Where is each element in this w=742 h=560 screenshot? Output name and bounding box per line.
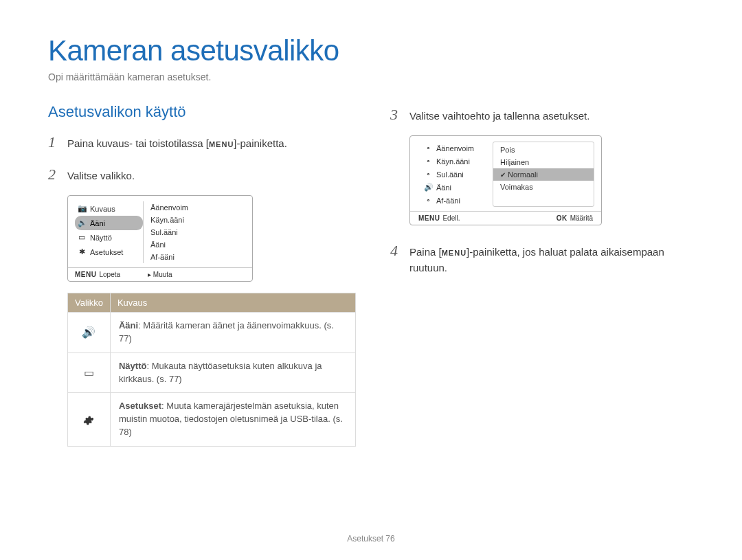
step-3: 3 Valitse vaihtoehto ja tallenna asetuks…	[390, 103, 694, 126]
table-row: Asetukset: Muuta kamerajärjestelmän aset…	[68, 393, 356, 447]
list-item: Voimakas	[493, 181, 594, 193]
display-icon: ▭	[78, 233, 86, 242]
screen2-left-list: ∘Äänenvoim ∘Käyn.ääni ∘Sul.ääni 🔊Ääni ∘A…	[410, 142, 493, 207]
list-item: 📷Kuvaus	[75, 201, 143, 216]
sound-icon: 🔊	[424, 183, 432, 192]
gear-icon: ✱	[78, 247, 86, 256]
step-number: 3	[390, 103, 403, 126]
menu-label: MENU	[209, 139, 234, 150]
list-item: ∘Af-ääni	[423, 194, 493, 207]
list-item: Af-ääni	[149, 251, 247, 263]
step-1: 1 Paina kuvaus- tai toistotilassa [MENU]…	[48, 131, 356, 153]
page-footer: Asetukset 76	[0, 534, 742, 544]
screen2-right-list: Pois Hiljainen ✔Normaali Voimakas	[493, 142, 594, 207]
list-item: ▭Näyttö	[75, 230, 143, 245]
step-1-text-post: ]-painiketta.	[234, 137, 287, 149]
step-3-text: Valitse vaihtoehto ja tallenna asetukset…	[409, 109, 694, 124]
step-4: 4 Paina [MENU]-painiketta, jos haluat pa…	[390, 239, 694, 276]
sound-icon: 🔊	[78, 219, 86, 227]
sound-icon: 🔊	[68, 313, 111, 353]
step-number: 2	[48, 163, 60, 186]
footer-left: MENUEdell.	[418, 214, 460, 222]
list-item: ∘Sul.ääni	[423, 168, 493, 181]
camera-menu-screenshot-2: ∘Äänenvoim ∘Käyn.ääni ∘Sul.ääni 🔊Ääni ∘A…	[409, 135, 602, 225]
list-item: ∘Käyn.ääni	[423, 155, 493, 168]
camera-menu-screenshot-1: 📷Kuvaus 🔊Ääni ▭Näyttö ✱Asetukset Äänenvo…	[67, 195, 253, 282]
list-item: ∘Äänenvoim	[423, 142, 493, 155]
table-header-desc: Kuvaus	[110, 293, 355, 313]
footer-right: OKMääritä	[556, 214, 593, 222]
page-title: Kameran asetusvalikko	[48, 34, 694, 67]
step-4-text-pre: Paina [	[409, 246, 442, 258]
table-row: ▭ Näyttö: Mukauta näyttöasetuksia kuten …	[68, 352, 356, 393]
screen1-right-list: Äänenvoim Käyn.ääni Sul.ääni Ääni Af-ään…	[144, 201, 252, 263]
list-item: Ääni	[149, 238, 247, 251]
gear-icon	[68, 393, 111, 447]
section-heading: Asetusvalikon käyttö	[48, 103, 356, 121]
footer-left: MENULopeta	[75, 271, 120, 278]
screen1-left-list: 📷Kuvaus 🔊Ääni ▭Näyttö ✱Asetukset	[68, 201, 144, 263]
menu-label: MENU	[442, 247, 466, 259]
page-subtitle: Opi määrittämään kameran asetukset.	[48, 71, 694, 82]
display-icon: ▭	[68, 352, 111, 393]
camera-icon: 📷	[78, 204, 86, 213]
list-item: Sul.ääni	[149, 226, 247, 238]
list-item: Pois	[493, 144, 594, 156]
list-item-selected: ✔Normaali	[493, 168, 594, 181]
step-2-text: Valitse valikko.	[67, 168, 356, 184]
menu-description-table: Valikko Kuvaus 🔊 Ääni: Määritä kameran ä…	[67, 293, 356, 447]
list-item-selected: 🔊Ääni	[75, 216, 143, 230]
step-1-text-pre: Paina kuvaus- tai toistotilassa [	[67, 137, 209, 149]
step-number: 4	[390, 239, 403, 262]
list-item: Käyn.ääni	[149, 214, 247, 226]
list-item: Äänenvoim	[149, 201, 247, 214]
list-item: Hiljainen	[493, 156, 594, 168]
step-number: 1	[48, 131, 60, 153]
footer-right: ▸ Muuta	[148, 271, 172, 278]
table-row: 🔊 Ääni: Määritä kameran äänet ja äänenvo…	[68, 313, 356, 353]
step-2: 2 Valitse valikko.	[48, 163, 356, 186]
table-header-menu: Valikko	[68, 293, 111, 313]
list-item: ✱Asetukset	[75, 245, 143, 259]
list-item: 🔊Ääni	[423, 181, 493, 194]
check-icon: ✔	[500, 171, 506, 179]
